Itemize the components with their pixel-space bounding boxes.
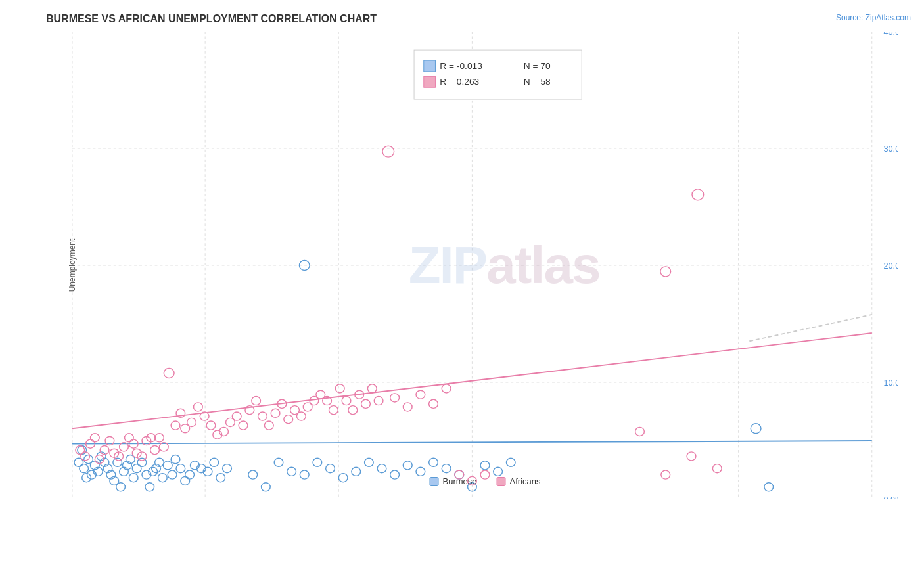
svg-point-63	[171, 455, 180, 464]
chart-title: BURMESE VS AFRICAN UNEMPLOYMENT CORRELAT…	[39, 13, 911, 25]
svg-point-71	[216, 474, 225, 482]
svg-point-133	[264, 421, 273, 430]
svg-point-120	[187, 418, 196, 426]
svg-point-89	[442, 464, 451, 473]
svg-text:30.0%: 30.0%	[883, 145, 898, 154]
legend-item-burmese: Burmese	[430, 476, 477, 486]
svg-point-153	[403, 403, 412, 411]
svg-rect-31	[424, 76, 436, 87]
svg-point-161	[635, 427, 645, 436]
svg-point-82	[352, 467, 361, 476]
svg-point-107	[124, 434, 133, 442]
svg-point-78	[300, 470, 309, 479]
svg-point-160	[660, 267, 671, 277]
svg-point-48	[116, 483, 126, 491]
svg-point-97	[76, 445, 85, 454]
svg-point-85	[390, 470, 400, 479]
svg-point-128	[232, 412, 241, 420]
svg-point-138	[296, 412, 306, 420]
svg-point-149	[367, 384, 377, 393]
svg-point-146	[348, 406, 358, 415]
svg-point-155	[429, 399, 438, 408]
svg-point-92	[480, 461, 490, 470]
svg-point-156	[442, 384, 451, 393]
svg-point-70	[210, 458, 219, 466]
svg-point-150	[374, 397, 383, 405]
svg-point-56	[145, 483, 154, 491]
svg-point-113	[150, 445, 160, 454]
svg-text:0.0%: 0.0%	[883, 495, 898, 499]
svg-point-53	[132, 464, 141, 473]
svg-point-41	[82, 474, 91, 482]
svg-point-114	[155, 434, 164, 442]
svg-point-35	[80, 464, 89, 473]
legend-item-africans: Africans	[497, 476, 541, 486]
svg-point-100	[90, 434, 99, 442]
svg-point-162	[661, 470, 670, 479]
svg-text:R =  0.263: R = 0.263	[440, 78, 479, 87]
svg-point-163	[687, 452, 696, 461]
svg-point-148	[361, 399, 371, 408]
chart-legend: Burmese Africans	[430, 476, 541, 486]
svg-text:N = 70: N = 70	[524, 61, 551, 71]
svg-point-110	[137, 452, 147, 461]
svg-point-101	[95, 455, 104, 464]
svg-point-132	[258, 412, 267, 420]
svg-point-74	[248, 470, 258, 479]
svg-point-52	[129, 474, 138, 482]
svg-point-88	[429, 458, 438, 466]
svg-point-79	[313, 458, 322, 466]
svg-point-145	[342, 397, 351, 405]
svg-rect-27	[414, 50, 582, 99]
svg-line-26	[749, 315, 871, 341]
svg-point-64	[176, 464, 185, 473]
svg-point-96	[764, 483, 774, 491]
svg-point-86	[403, 461, 412, 470]
svg-text:20.0%: 20.0%	[883, 261, 898, 271]
svg-point-84	[377, 464, 386, 473]
svg-point-125	[382, 146, 394, 157]
svg-point-121	[193, 403, 202, 411]
legend-label-africans: Africans	[510, 476, 541, 486]
svg-point-81	[338, 474, 348, 482]
legend-dot-burmese	[430, 477, 439, 486]
svg-text:N = 58: N = 58	[524, 78, 551, 87]
legend-label-burmese: Burmese	[443, 476, 477, 486]
svg-point-94	[506, 458, 515, 466]
svg-point-77	[287, 467, 296, 476]
svg-point-93	[494, 467, 503, 476]
svg-point-62	[168, 470, 177, 479]
svg-point-144	[335, 384, 344, 393]
svg-point-65	[181, 476, 190, 485]
svg-text:10.0%: 10.0%	[883, 378, 898, 388]
svg-point-80	[326, 464, 335, 473]
svg-point-72	[223, 464, 232, 473]
legend-dot-africans	[497, 477, 506, 486]
svg-text:40.0%: 40.0%	[883, 32, 898, 37]
svg-point-47	[113, 458, 122, 466]
svg-point-87	[416, 467, 425, 476]
svg-point-75	[262, 483, 271, 491]
svg-point-154	[416, 390, 425, 399]
svg-point-143	[329, 406, 338, 415]
scatter-chart: 40.0% 30.0% 20.0% 10.0% 0.0% 0.0% 10.0% …	[72, 32, 898, 499]
svg-rect-28	[424, 60, 436, 72]
chart-area: Unemployment ZIPatlas 40.0% 30.0% 20.0% …	[72, 32, 898, 499]
chart-container: BURMESE VS AFRICAN UNEMPLOYMENT CORRELAT…	[0, 0, 924, 586]
svg-point-131	[252, 397, 261, 405]
svg-point-129	[239, 421, 248, 430]
svg-point-76	[274, 458, 283, 466]
svg-point-83	[365, 458, 374, 466]
svg-point-151	[692, 189, 704, 200]
svg-point-164	[712, 464, 722, 473]
svg-point-152	[390, 394, 400, 402]
svg-point-60	[158, 474, 168, 482]
svg-point-136	[284, 415, 293, 424]
source-label: Source: ZipAtlas.com	[836, 13, 911, 22]
svg-point-95	[751, 424, 761, 434]
svg-point-116	[164, 368, 174, 378]
svg-point-61	[163, 461, 172, 470]
svg-point-109	[132, 449, 141, 457]
svg-point-117	[171, 421, 180, 430]
y-axis-label: Unemployment	[68, 239, 77, 292]
